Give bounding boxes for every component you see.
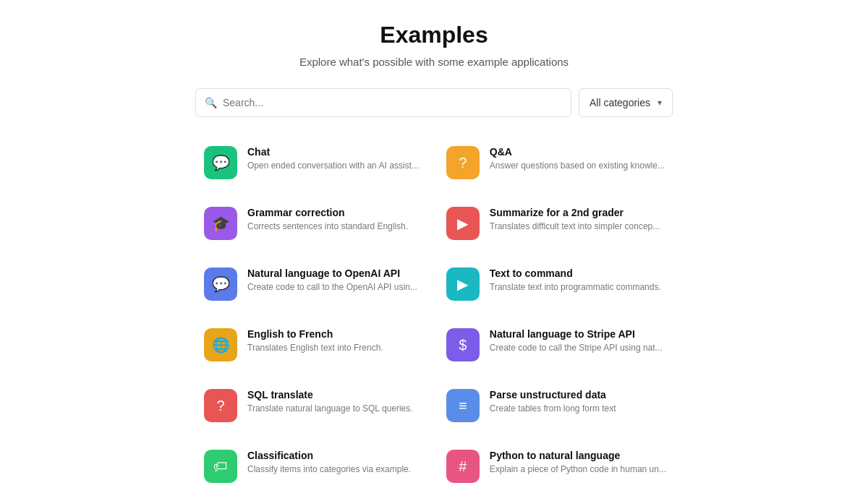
example-card-summarize[interactable]: ▶ Summarize for a 2nd grader Translates …: [438, 198, 675, 249]
page-title: Examples: [195, 22, 673, 48]
example-card-qna[interactable]: ? Q&A Answer questions based on existing…: [438, 137, 675, 188]
example-title-grammar: Grammar correction: [247, 207, 419, 218]
example-title-nl-openai: Natural language to OpenAI API: [247, 267, 419, 279]
category-label: All categories: [590, 97, 650, 108]
example-desc-summarize: Translates difficult text into simpler c…: [490, 221, 666, 233]
example-icon-python-nl: #: [446, 450, 480, 483]
example-title-nl-stripe: Natural language to Stripe API: [490, 328, 666, 340]
example-title-sql: SQL translate: [247, 389, 419, 401]
example-text-nl-openai: Natural language to OpenAI API Create co…: [247, 267, 419, 294]
example-desc-classify: Classify items into categories via examp…: [247, 463, 419, 476]
example-desc-parse: Create tables from long form text: [490, 403, 666, 415]
example-text-grammar: Grammar correction Corrects sentences in…: [247, 207, 419, 233]
example-icon-chat: 💬: [204, 146, 237, 179]
example-title-en-fr: English to French: [247, 328, 419, 340]
search-box[interactable]: 🔍: [195, 88, 571, 117]
examples-grid: 💬 Chat Open ended conversation with an A…: [195, 137, 673, 488]
search-row: 🔍 All categories ▾: [195, 88, 673, 117]
example-title-parse: Parse unstructured data: [490, 389, 666, 401]
example-card-parse[interactable]: ≡ Parse unstructured data Create tables …: [438, 380, 675, 431]
example-card-en-fr[interactable]: 🌐 English to French Translates English t…: [195, 320, 427, 370]
search-input[interactable]: [223, 97, 562, 108]
example-title-text-command: Text to command: [490, 267, 666, 279]
example-text-python-nl: Python to natural language Explain a pie…: [490, 450, 666, 476]
example-title-summarize: Summarize for a 2nd grader: [490, 207, 666, 218]
example-card-nl-stripe[interactable]: $ Natural language to Stripe API Create …: [438, 320, 675, 370]
example-icon-text-command: ▶: [446, 267, 480, 301]
example-text-classify: Classification Classify items into categ…: [247, 450, 419, 476]
example-desc-nl-stripe: Create code to call the Stripe API using…: [490, 342, 666, 354]
example-icon-en-fr: 🌐: [204, 328, 237, 361]
example-card-python-nl[interactable]: # Python to natural language Explain a p…: [438, 441, 675, 488]
example-title-python-nl: Python to natural language: [490, 450, 666, 461]
page-subtitle: Explore what's possible with some exampl…: [195, 56, 673, 68]
example-title-qna: Q&A: [490, 146, 666, 158]
example-card-chat[interactable]: 💬 Chat Open ended conversation with an A…: [195, 137, 427, 188]
example-desc-qna: Answer questions based on existing knowl…: [490, 160, 666, 172]
example-desc-grammar: Corrects sentences into standard English…: [247, 221, 419, 233]
example-icon-summarize: ▶: [446, 207, 480, 240]
category-dropdown[interactable]: All categories ▾: [579, 88, 673, 117]
example-text-text-command: Text to command Translate text into prog…: [490, 267, 666, 294]
example-icon-nl-stripe: $: [446, 328, 480, 361]
example-desc-en-fr: Translates English text into French.: [247, 342, 419, 354]
example-desc-python-nl: Explain a piece of Python code in human …: [490, 463, 666, 476]
search-icon: 🔍: [205, 97, 217, 108]
example-title-classify: Classification: [247, 450, 419, 461]
example-desc-sql: Translate natural language to SQL querie…: [247, 403, 419, 415]
example-icon-sql: ?: [204, 389, 237, 422]
example-text-chat: Chat Open ended conversation with an AI …: [247, 146, 419, 172]
example-text-sql: SQL translate Translate natural language…: [247, 389, 419, 415]
example-card-classify[interactable]: 🏷 Classification Classify items into cat…: [195, 441, 427, 488]
example-text-parse: Parse unstructured data Create tables fr…: [490, 389, 666, 415]
example-text-qna: Q&A Answer questions based on existing k…: [490, 146, 666, 172]
example-icon-classify: 🏷: [204, 450, 237, 483]
example-card-sql[interactable]: ? SQL translate Translate natural langua…: [195, 380, 427, 431]
example-card-nl-openai[interactable]: 💬 Natural language to OpenAI API Create …: [195, 259, 427, 309]
chevron-down-icon: ▾: [658, 98, 662, 108]
example-card-grammar[interactable]: 🎓 Grammar correction Corrects sentences …: [195, 198, 427, 249]
example-icon-nl-openai: 💬: [204, 267, 237, 301]
example-title-chat: Chat: [247, 146, 419, 158]
example-icon-grammar: 🎓: [204, 207, 237, 240]
example-text-summarize: Summarize for a 2nd grader Translates di…: [490, 207, 666, 233]
example-desc-chat: Open ended conversation with an AI assis…: [247, 160, 419, 172]
example-desc-text-command: Translate text into programmatic command…: [490, 281, 666, 294]
example-card-text-command[interactable]: ▶ Text to command Translate text into pr…: [438, 259, 675, 309]
example-icon-parse: ≡: [446, 389, 480, 422]
example-text-en-fr: English to French Translates English tex…: [247, 328, 419, 354]
example-icon-qna: ?: [446, 146, 480, 179]
example-desc-nl-openai: Create code to call to the OpenAI API us…: [247, 281, 419, 294]
example-text-nl-stripe: Natural language to Stripe API Create co…: [490, 328, 666, 354]
